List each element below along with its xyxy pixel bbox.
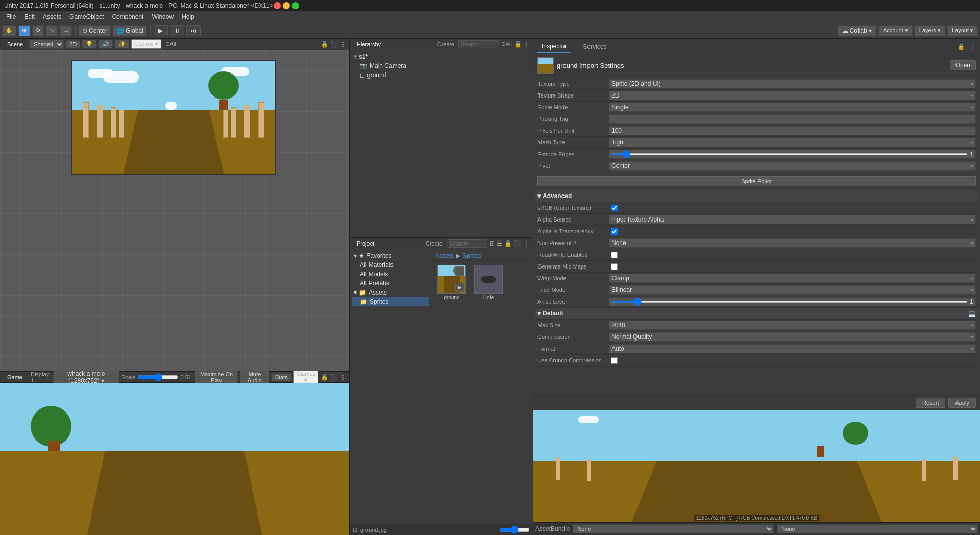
menu-file[interactable]: File bbox=[2, 12, 20, 21]
filter-mode-value[interactable]: Bilinear ▾ bbox=[609, 285, 976, 295]
scene-lock-btn[interactable]: 🔒 bbox=[321, 41, 328, 48]
asset-bundle-variant-select[interactable]: None bbox=[777, 524, 978, 533]
favorites-item[interactable]: ▾ ★ Favorites bbox=[352, 251, 429, 260]
project-lock-btn[interactable]: 🔒 bbox=[504, 240, 512, 247]
hierarchy-lock-btn[interactable]: 🔒 bbox=[514, 41, 522, 48]
packing-tag-value[interactable] bbox=[609, 114, 976, 124]
read-write-checkbox[interactable] bbox=[611, 252, 618, 258]
hierarchy-scene-root[interactable]: ▾ s1* bbox=[352, 52, 531, 61]
alpha-transparency-checkbox[interactable] bbox=[611, 228, 618, 235]
hierarchy-ground[interactable]: ◻ ground bbox=[358, 70, 531, 80]
all-materials-item[interactable]: All Materials bbox=[352, 260, 429, 270]
project-zoom-slider[interactable] bbox=[499, 526, 530, 534]
hierarchy-more-btn[interactable]: ⋮ bbox=[524, 41, 530, 48]
pivot-value[interactable]: Center ▾ bbox=[609, 161, 976, 171]
game-tab[interactable]: Game bbox=[3, 373, 27, 381]
assets-item[interactable]: ▾ 📁 Assets bbox=[352, 288, 429, 297]
srgb-checkbox[interactable] bbox=[611, 205, 618, 211]
step-button[interactable]: ⏭ bbox=[186, 25, 201, 36]
project-more-btn[interactable]: ☰ bbox=[497, 240, 502, 247]
menu-help[interactable]: Help bbox=[178, 12, 199, 21]
rect-tool[interactable]: ▭ bbox=[60, 25, 72, 36]
hierarchy-create-btn[interactable]: Create bbox=[435, 41, 456, 48]
inspector-tab[interactable]: Inspector bbox=[537, 41, 571, 53]
open-button[interactable]: Open bbox=[950, 60, 976, 70]
project-search[interactable] bbox=[447, 239, 487, 248]
menu-assets[interactable]: Assets bbox=[39, 12, 65, 21]
stats-btn[interactable]: Stats bbox=[272, 373, 291, 381]
game-maximize-btn[interactable]: ⬛ bbox=[330, 374, 338, 381]
game-lock-btn[interactable]: 🔒 bbox=[321, 374, 328, 381]
mesh-type-value[interactable]: Tight ▾ bbox=[609, 138, 976, 147]
scene-lights-btn[interactable]: 💡 bbox=[82, 40, 96, 48]
game-more-btn[interactable]: ⋮ bbox=[340, 374, 346, 381]
close-button[interactable] bbox=[274, 2, 281, 9]
layout-button[interactable]: Layout ▾ bbox=[947, 25, 978, 36]
scene-gizmos-btn[interactable]: Gizmos ▾ bbox=[131, 39, 161, 49]
project-dots-btn[interactable]: ⋮ bbox=[524, 240, 530, 247]
move-tool[interactable]: ⊕ bbox=[18, 25, 30, 36]
format-value[interactable]: Auto ▾ bbox=[609, 344, 976, 353]
default-section-header[interactable]: ▾ Default 💻 bbox=[535, 308, 978, 320]
hand-tool[interactable]: ✋ bbox=[2, 25, 16, 36]
ground-asset[interactable]: ▶ ground bbox=[435, 265, 468, 300]
wrap-mode-value[interactable]: Clamp ▾ bbox=[609, 274, 976, 283]
sprite-mode-value[interactable]: Single ▾ bbox=[609, 103, 976, 112]
scene-maximize-btn[interactable]: ⬛ bbox=[330, 41, 338, 48]
menu-window[interactable]: Window bbox=[148, 12, 178, 21]
scene-more-btn[interactable]: ⋮ bbox=[340, 41, 346, 48]
scene-tab[interactable]: Scene bbox=[3, 40, 27, 48]
scene-audio-btn[interactable]: 🔊 bbox=[99, 40, 113, 48]
texture-shape-value[interactable]: 2D ▾ bbox=[609, 91, 976, 100]
scene-all-btn[interactable]: ⊙All bbox=[163, 40, 178, 48]
hierarchy-main-camera[interactable]: 📷 Main Camera bbox=[358, 61, 531, 70]
project-tab[interactable]: Project bbox=[353, 239, 378, 248]
pause-button[interactable]: ⏸ bbox=[170, 25, 184, 36]
extrude-slider[interactable] bbox=[611, 153, 968, 155]
menu-component[interactable]: Component bbox=[108, 12, 148, 21]
asset-bundle-select[interactable]: None bbox=[573, 524, 774, 533]
advanced-section-header[interactable]: ▾ Advanced bbox=[535, 190, 978, 202]
maximize-play-btn[interactable]: Maximize On Play bbox=[195, 370, 238, 384]
hierarchy-tab[interactable]: Hierarchy bbox=[353, 40, 385, 48]
project-toggle-btn[interactable]: ⊞ bbox=[489, 240, 495, 247]
project-create-btn[interactable]: Create bbox=[424, 240, 445, 247]
rotate-tool[interactable]: ↻ bbox=[32, 25, 44, 36]
scale-slider[interactable] bbox=[137, 373, 178, 381]
collab-button[interactable]: ☁ Collab ▾ bbox=[838, 25, 876, 36]
account-button[interactable]: Account ▾ bbox=[878, 25, 913, 36]
apply-button[interactable]: Apply bbox=[948, 398, 976, 408]
mute-btn[interactable]: Mute Audio bbox=[240, 370, 270, 384]
maximize-button[interactable] bbox=[292, 2, 299, 9]
layers-button[interactable]: Layers ▾ bbox=[915, 25, 945, 36]
texture-type-value[interactable]: Sprite (2D and UI) ▾ bbox=[609, 79, 976, 88]
non-power-value[interactable]: None ▾ bbox=[609, 238, 976, 248]
ground-extra-btn[interactable] bbox=[455, 266, 464, 276]
breadcrumb-assets[interactable]: Assets bbox=[435, 252, 454, 259]
menu-gameobject[interactable]: GameObject bbox=[65, 12, 108, 21]
sprites-item[interactable]: 📁 Sprites bbox=[352, 297, 429, 306]
hole-asset[interactable]: Hole bbox=[472, 265, 505, 300]
compression-value[interactable]: Normal Quality ▾ bbox=[609, 332, 976, 342]
alpha-source-value[interactable]: Input Texture Alpha ▾ bbox=[609, 215, 976, 224]
crunch-checkbox[interactable] bbox=[611, 357, 618, 364]
minimize-button[interactable] bbox=[283, 2, 290, 9]
sprite-editor-button[interactable]: Sprite Editor bbox=[537, 176, 976, 186]
scene-fx-btn[interactable]: ✨ bbox=[115, 40, 129, 48]
services-tab[interactable]: Services bbox=[579, 41, 610, 53]
ppu-value[interactable]: 100 bbox=[609, 126, 976, 135]
inspector-dot-icon[interactable]: ⋮ bbox=[969, 43, 976, 51]
all-prefabs-item[interactable]: All Prefabs bbox=[352, 279, 429, 288]
play-button[interactable]: ▶ bbox=[154, 25, 168, 36]
project-maximize-btn[interactable]: ⬛ bbox=[514, 240, 522, 247]
menu-edit[interactable]: Edit bbox=[20, 12, 39, 21]
scale-tool[interactable]: ⤡ bbox=[46, 25, 58, 36]
breadcrumb-sprites[interactable]: Sprites bbox=[462, 252, 481, 259]
inspector-lock-icon[interactable]: 🔒 bbox=[958, 43, 965, 50]
revert-button[interactable]: Revert bbox=[916, 398, 945, 408]
scene-shading-dropdown[interactable]: Shaded bbox=[29, 40, 64, 49]
aniso-slider[interactable] bbox=[611, 301, 968, 303]
max-size-value[interactable]: 2048 ▾ bbox=[609, 321, 976, 330]
mip-maps-checkbox[interactable] bbox=[611, 263, 618, 270]
scene-2d-btn[interactable]: 2D bbox=[66, 40, 80, 48]
